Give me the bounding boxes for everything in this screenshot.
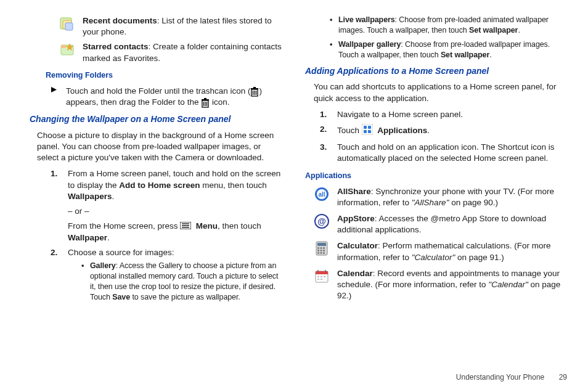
trash-icon: [250, 86, 259, 97]
app-calendar: Calendar: Record events and appointments…: [314, 268, 567, 302]
calculator-icon: [314, 240, 330, 256]
svg-rect-41: [317, 252, 319, 254]
svg-rect-45: [316, 271, 328, 274]
svg-rect-34: [317, 243, 326, 246]
svg-rect-35: [317, 247, 319, 249]
label: Starred contacts: [83, 42, 149, 51]
svg-rect-24: [364, 126, 367, 129]
svg-marker-6: [51, 87, 57, 92]
svg-rect-36: [321, 247, 322, 249]
adding-apps-steps: 1. Navigate to a Home screen panel. 2. T…: [320, 109, 567, 165]
svg-rect-52: [321, 279, 322, 280]
svg-rect-50: [324, 276, 325, 277]
allshare-icon: all: [314, 186, 330, 202]
applications-icon: [362, 124, 373, 138]
svg-rect-27: [368, 130, 371, 133]
gallery-option: Gallery: Access the Gallery to choose a …: [81, 261, 283, 303]
changing-wallpaper-para: Choose a picture to display in the backg…: [37, 130, 283, 164]
recent-documents-icon: [59, 15, 75, 31]
page: Recent documents: List of the latest fil…: [0, 0, 588, 310]
svg-rect-38: [317, 250, 319, 251]
starred-contacts-icon: [59, 41, 75, 57]
right-column: Live wallpapers: Choose from pre-loaded …: [305, 14, 567, 310]
svg-rect-26: [364, 130, 367, 133]
adding-apps-para: You can add shortcuts to applications to…: [314, 81, 567, 104]
svg-rect-23: [362, 124, 373, 135]
step-number: 2.: [320, 124, 331, 138]
step-1: 1. Navigate to a Home screen panel.: [320, 109, 567, 120]
wallpaper-gallery-option: Wallpaper gallery: Choose from pre-loade…: [330, 39, 567, 60]
step-number: 2.: [51, 247, 62, 306]
step-2-body: Choose a source for images: Gallery: Acc…: [68, 247, 283, 306]
play-arrow-icon: [51, 86, 57, 108]
svg-rect-42: [321, 252, 322, 254]
app-calculator: Calculator: Perform mathematical calcula…: [314, 240, 567, 263]
svg-rect-48: [317, 276, 319, 277]
svg-rect-43: [323, 252, 325, 254]
page-number: 29: [559, 373, 567, 382]
step-number: 1.: [51, 168, 62, 243]
app-appstore: @ AppStore: Accesses the @metro App Stor…: [314, 213, 567, 235]
trash-icon: [201, 97, 210, 108]
left-column: Recent documents: List of the latest fil…: [21, 14, 283, 310]
step-1-body: From a Home screen panel, touch and hold…: [68, 168, 283, 243]
svg-rect-11: [251, 88, 258, 89]
svg-rect-2: [65, 23, 73, 30]
source-options: Gallery: Access the Gallery to choose a …: [81, 261, 283, 303]
svg-rect-40: [323, 250, 325, 251]
changing-wallpaper-heading: Changing the Wallpaper on a Home Screen …: [30, 113, 283, 125]
appstore-icon: @: [314, 213, 330, 229]
svg-rect-51: [317, 279, 319, 280]
starred-contacts-item: Starred contacts: Create a folder contai…: [59, 41, 283, 63]
step-1: 1. From a Home screen panel, touch and h…: [51, 168, 283, 243]
step-2: 2. Touch Applications.: [320, 124, 567, 138]
svg-rect-25: [368, 126, 371, 129]
svg-rect-12: [253, 87, 256, 88]
wallpaper-steps: 1. From a Home screen panel, touch and h…: [51, 168, 283, 306]
live-wallpapers-option: Live wallpapers: Choose from pre-loaded …: [330, 15, 567, 36]
app-allshare: all AllShare: Synchronize your phone wit…: [314, 186, 567, 208]
svg-text:all: all: [318, 191, 325, 198]
applications-heading: Applications: [305, 171, 567, 181]
svg-text:@: @: [317, 216, 326, 226]
remove-folder-text: Touch and hold the Folder until the tras…: [66, 86, 283, 108]
svg-rect-49: [321, 276, 322, 277]
step-number: 1.: [320, 109, 331, 120]
page-footer: Understanding Your Phone 29: [456, 372, 567, 382]
calendar-icon: [314, 268, 330, 284]
svg-rect-18: [204, 98, 206, 99]
step-3: 3. Touch and hold on an application icon…: [320, 142, 567, 164]
svg-rect-17: [202, 99, 209, 100]
recent-documents-item: Recent documents: List of the latest fil…: [59, 15, 283, 38]
step-number: 3.: [320, 142, 331, 164]
or-divider: – or –: [68, 206, 283, 217]
label: Recent documents: [83, 16, 157, 25]
svg-rect-37: [323, 247, 325, 249]
starred-contacts-text: Starred contacts: Create a folder contai…: [83, 41, 283, 63]
remove-folder-step: Touch and hold the Folder until the tras…: [51, 86, 283, 108]
wallpaper-options-cont: Live wallpapers: Choose from pre-loaded …: [330, 15, 567, 60]
step-2: 2. Choose a source for images: Gallery: …: [51, 247, 283, 306]
recent-documents-text: Recent documents: List of the latest fil…: [83, 15, 283, 38]
section-title: Understanding Your Phone: [456, 373, 544, 382]
svg-rect-39: [321, 250, 322, 251]
removing-folders-heading: Removing Folders: [46, 70, 283, 81]
svg-rect-4: [61, 45, 66, 48]
adding-apps-heading: Adding Applications to a Home Screen pan…: [305, 65, 567, 77]
menu-icon: [180, 221, 191, 232]
